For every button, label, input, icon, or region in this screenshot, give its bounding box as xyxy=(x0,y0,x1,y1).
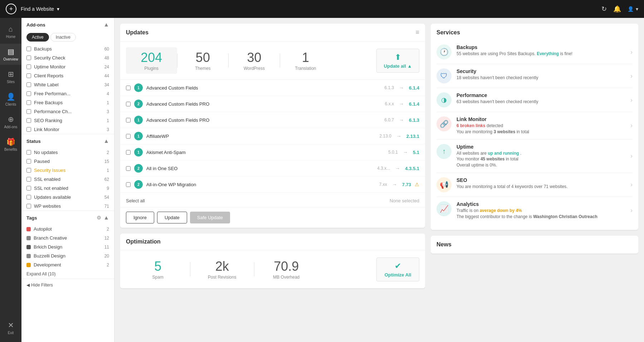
addon-checkbox[interactable] xyxy=(26,118,31,123)
table-row[interactable]: 1 Advanced Custom Fields 6.1.3 → 6.1.4 xyxy=(120,80,425,96)
spam-stat[interactable]: 5 Spam xyxy=(126,256,190,283)
table-row[interactable]: 2 All-in-One WP Migration 7.xx → 7.73 ⚠ xyxy=(120,177,425,193)
table-row[interactable]: 1 AffiliateWP 2.13.0 → 2.13.1 xyxy=(120,128,425,144)
updates-menu-icon[interactable]: ≡ xyxy=(415,29,419,36)
status-item[interactable]: No updates2 xyxy=(21,148,114,157)
active-tab[interactable]: Active xyxy=(26,33,49,42)
status-checkbox[interactable] xyxy=(26,195,31,199)
sidebar-item-home[interactable]: ⌂ Home xyxy=(0,21,21,42)
service-security[interactable]: 🛡 Security 18 websites haven't been chec… xyxy=(436,64,633,88)
status-item[interactable]: Updates available54 xyxy=(21,193,114,202)
tag-item[interactable]: Autopilot2 xyxy=(21,225,114,233)
addon-item[interactable]: SEO Ranking1 xyxy=(21,116,114,125)
plugins-stat[interactable]: 204 Plugins xyxy=(126,47,177,74)
addon-checkbox[interactable] xyxy=(26,73,31,78)
tag-dot xyxy=(26,263,31,267)
table-row[interactable]: 2 Advanced Custom Fields PRO 6.x.x → 6.1… xyxy=(120,96,425,112)
sidebar-item-sites[interactable]: ⊞ Sites xyxy=(0,66,21,87)
status-item[interactable]: WP websites71 xyxy=(21,202,114,211)
addon-item[interactable]: Backups60 xyxy=(21,44,114,53)
addon-item[interactable]: Client Reports44 xyxy=(21,71,114,80)
service-performance[interactable]: ◑ Performance 63 websites haven't been c… xyxy=(436,88,633,112)
ignore-button[interactable]: Ignore xyxy=(126,212,154,223)
addon-item[interactable]: Free Performan...4 xyxy=(21,89,114,98)
bell-icon[interactable]: 🔔 xyxy=(613,5,621,13)
plugin-checkbox[interactable] xyxy=(126,86,131,90)
plugin-checkbox[interactable] xyxy=(126,118,131,122)
arrow-icon: → xyxy=(395,165,400,171)
addon-checkbox[interactable] xyxy=(26,56,31,60)
plugin-checkbox[interactable] xyxy=(126,150,131,155)
sidebar-item-benefits[interactable]: 🎁 Benefits xyxy=(0,134,21,155)
addon-checkbox[interactable] xyxy=(26,127,31,132)
select-all-label[interactable]: Select all xyxy=(126,198,145,203)
refresh-icon[interactable]: ↻ xyxy=(601,5,607,13)
addon-item[interactable]: Security Check48 xyxy=(21,53,114,62)
safe-update-button[interactable]: Safe Update xyxy=(190,212,230,223)
plugin-new-version: 2.13.1 xyxy=(406,134,419,139)
optimize-all-button[interactable]: ✔ Optimize All xyxy=(376,257,419,281)
status-header[interactable]: Status ▲ xyxy=(21,134,114,148)
addon-checkbox[interactable] xyxy=(26,82,31,87)
plugin-checkbox[interactable] xyxy=(126,166,131,171)
addons-section: Add-ons ▲ Active Inactive Backups60Secur… xyxy=(21,18,114,134)
status-item[interactable]: Security Issues1 xyxy=(21,166,114,175)
status-item[interactable]: SSL enabled62 xyxy=(21,175,114,184)
themes-stat[interactable]: 50 Themes xyxy=(177,47,229,74)
update-button[interactable]: Update xyxy=(157,212,187,223)
addon-checkbox[interactable] xyxy=(26,91,31,96)
service-uptime[interactable]: ↑ Uptime All websites are up and running… xyxy=(436,140,633,173)
overhead-stat[interactable]: 70.9 MB Overhead xyxy=(254,256,318,283)
addon-checkbox[interactable] xyxy=(26,100,31,105)
status-checkbox[interactable] xyxy=(26,186,31,191)
table-row[interactable]: 1 Advanced Custom Fields PRO 6.0.7 → 6.1… xyxy=(120,112,425,128)
plugin-checkbox[interactable] xyxy=(126,102,131,106)
revisions-stat[interactable]: 2k Post Revisions xyxy=(190,256,254,283)
status-item[interactable]: SSL not enabled9 xyxy=(21,184,114,193)
tag-item[interactable]: Buzzelli Design20 xyxy=(21,251,114,260)
sidebar-item-addons[interactable]: ⊕ Add-ons xyxy=(0,111,21,133)
status-item[interactable]: Paused15 xyxy=(21,157,114,166)
arrow-icon: → xyxy=(399,85,404,91)
addon-item[interactable]: Uptime Monitor24 xyxy=(21,62,114,71)
addon-checkbox[interactable] xyxy=(26,47,31,51)
addon-checkbox[interactable] xyxy=(26,109,31,114)
addon-checkbox[interactable] xyxy=(26,64,31,69)
add-button[interactable]: + xyxy=(6,4,16,14)
sidebar-item-exit[interactable]: ✕ Exit xyxy=(0,317,21,338)
service-backups[interactable]: 🕐 Backups 55 websites are using Pro Site… xyxy=(436,40,633,64)
translation-stat[interactable]: 1 Translation xyxy=(280,47,331,74)
service-analytics[interactable]: 📈 Analytics Traffic is on average down b… xyxy=(436,197,633,224)
status-checkbox[interactable] xyxy=(26,150,31,155)
sidebar-item-overview[interactable]: ▤ Overview xyxy=(0,44,21,65)
expand-all[interactable]: Expand All (10) xyxy=(21,269,114,279)
user-menu[interactable]: 👤 ▾ xyxy=(628,6,638,12)
addon-item[interactable]: White Label34 xyxy=(21,80,114,89)
service-seo[interactable]: 📢 SEO You are monitoring a total of 4 ke… xyxy=(436,173,633,197)
addons-header[interactable]: Add-ons ▲ xyxy=(21,18,114,32)
addon-item[interactable]: Link Monitor3 xyxy=(21,125,114,134)
addon-item[interactable]: Performance Ch...3 xyxy=(21,107,114,116)
status-checkbox[interactable] xyxy=(26,159,31,164)
tag-item[interactable]: Branch Creative12 xyxy=(21,233,114,242)
tag-item[interactable]: Development2 xyxy=(21,260,114,269)
status-checkbox[interactable] xyxy=(26,168,31,173)
wordpress-stat[interactable]: 30 WordPress xyxy=(229,47,280,74)
updates-title: Updates xyxy=(126,29,148,36)
status-checkbox[interactable] xyxy=(26,177,31,182)
tags-header[interactable]: Tags ⚙ ▲ xyxy=(21,211,114,225)
table-row[interactable]: 1 Akismet Anti-Spam 5.0.1 → 5.1 xyxy=(120,144,425,160)
inactive-tab[interactable]: Inactive xyxy=(50,33,76,42)
tags-settings-icon[interactable]: ⚙ xyxy=(97,215,101,221)
service-link-monitor[interactable]: 🔗 Link Monitor 6 broken links detectedYo… xyxy=(436,112,633,140)
plugin-checkbox[interactable] xyxy=(126,134,131,139)
find-website-dropdown[interactable]: Find a Website ▾ xyxy=(21,6,597,12)
tag-item[interactable]: Brkich Design11 xyxy=(21,242,114,251)
table-row[interactable]: 2 All in One SEO 4.3.x... → 4.3.5.1 xyxy=(120,160,425,177)
sidebar-item-clients[interactable]: 👤 Clients xyxy=(0,89,21,110)
status-checkbox[interactable] xyxy=(26,204,31,208)
plugin-checkbox[interactable] xyxy=(126,182,131,187)
hide-filters-btn[interactable]: ◀ Hide Filters xyxy=(21,279,114,291)
update-all-button[interactable]: ⬆ Update all ▲ xyxy=(376,49,419,73)
addon-item[interactable]: Free Backups1 xyxy=(21,98,114,107)
